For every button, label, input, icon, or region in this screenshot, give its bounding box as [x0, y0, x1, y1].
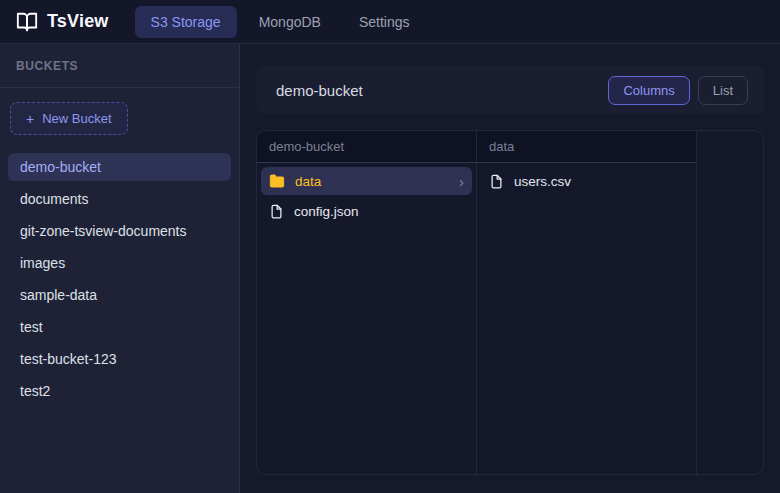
bucket-panel-header: demo-bucket Columns List: [256, 66, 764, 114]
chevron-right-icon: ›: [459, 174, 464, 189]
bucket-list: demo-bucket documents git-zone-tsview-do…: [0, 153, 239, 409]
nav-tabs: S3 Storage MongoDB Settings: [135, 6, 426, 38]
plus-icon: +: [26, 112, 34, 126]
bucket-item-sample-data[interactable]: sample-data: [8, 281, 231, 309]
tab-settings[interactable]: Settings: [343, 6, 426, 38]
browser-column-demo-bucket: demo-bucket data ›: [257, 131, 477, 474]
file-icon: [489, 174, 504, 189]
file-browser: demo-bucket data ›: [256, 130, 764, 475]
file-name: users.csv: [514, 174, 571, 189]
tab-s3-storage[interactable]: S3 Storage: [135, 6, 237, 38]
browser-column-data: data users.csv: [477, 131, 697, 474]
tab-mongodb[interactable]: MongoDB: [243, 6, 337, 38]
bucket-item-documents[interactable]: documents: [8, 185, 231, 213]
columns-view-button[interactable]: Columns: [608, 76, 689, 105]
app-title: TsView: [47, 11, 109, 32]
folder-name: data: [295, 174, 321, 189]
bucket-item-images[interactable]: images: [8, 249, 231, 277]
browser-empty-area: [697, 131, 763, 474]
file-row-config-json[interactable]: config.json: [261, 197, 472, 225]
new-bucket-button[interactable]: + New Bucket: [10, 102, 128, 135]
column-header: demo-bucket: [257, 131, 476, 163]
bucket-item-demo-bucket[interactable]: demo-bucket: [8, 153, 231, 181]
main-content: demo-bucket Columns List demo-bucket dat…: [240, 44, 780, 493]
top-navbar: TsView S3 Storage MongoDB Settings: [0, 0, 780, 44]
bucket-item-test-bucket-123[interactable]: test-bucket-123: [8, 345, 231, 373]
file-icon: [269, 204, 284, 219]
folder-icon: [269, 173, 285, 189]
bucket-item-test[interactable]: test: [8, 313, 231, 341]
bucket-title: demo-bucket: [276, 82, 608, 99]
bucket-item-test2[interactable]: test2: [8, 377, 231, 405]
folder-row-data[interactable]: data ›: [261, 167, 472, 195]
buckets-sidebar: BUCKETS + New Bucket demo-bucket documen…: [0, 44, 240, 493]
open-book-icon: [16, 11, 38, 33]
buckets-heading: BUCKETS: [0, 44, 239, 88]
bucket-item-git-zone-tsview-documents[interactable]: git-zone-tsview-documents: [8, 217, 231, 245]
column-header: data: [477, 131, 696, 163]
file-row-users-csv[interactable]: users.csv: [481, 167, 692, 195]
column-body: users.csv: [477, 163, 696, 201]
file-name: config.json: [294, 204, 359, 219]
new-bucket-label: New Bucket: [42, 111, 111, 126]
column-body: data › config.json: [257, 163, 476, 231]
list-view-button[interactable]: List: [698, 76, 748, 105]
app-logo[interactable]: TsView: [16, 11, 109, 33]
